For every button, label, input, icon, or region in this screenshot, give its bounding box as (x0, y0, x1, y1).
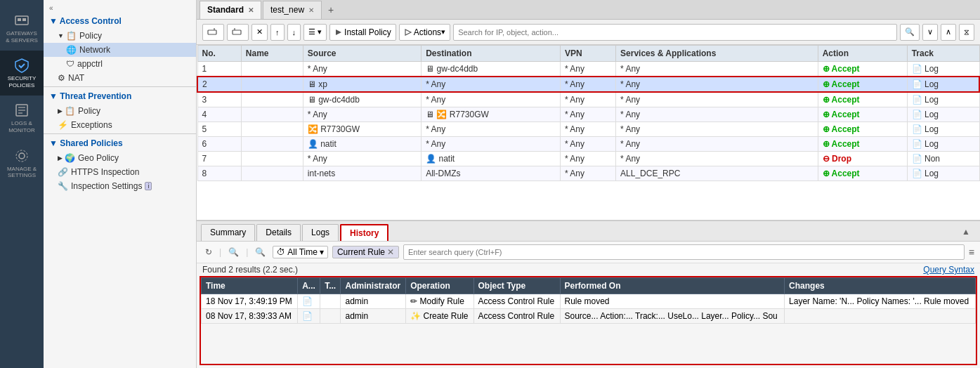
cell-vpn: * Any (561, 122, 616, 137)
history-table: Time A... T... Administrator Operation O… (201, 277, 976, 324)
cell-destination: * Any (422, 92, 561, 107)
move-down-button[interactable]: ↓ (287, 24, 301, 41)
policy-row-1[interactable]: 1 * Any 🖥 gw-dc4ddb * Any * Any ⊕ Accept… (197, 62, 979, 77)
hcol-object-type: Object Type (473, 278, 560, 294)
bottom-expand-icon[interactable]: ▲ (956, 224, 976, 241)
insert-rule-button[interactable] (227, 24, 249, 41)
network-icon: 🌐 (66, 45, 77, 55)
collapse-arrow[interactable]: « (44, 3, 196, 13)
close-rule-filter[interactable]: ✕ (387, 247, 394, 257)
cell-action: ⊕ Accept (818, 107, 907, 122)
col-services: Services & Applications (616, 46, 818, 62)
nav-logs[interactable]: LOGS &MONITOR (0, 96, 44, 140)
expand-arrow-geo: ▶ (58, 155, 63, 162)
nav-policy-threat[interactable]: ▶ 📋 Policy (44, 104, 196, 118)
cell-services: ALL_DCE_RPC (616, 166, 818, 181)
col-name: Name (241, 46, 303, 62)
nav-nat[interactable]: ⚙ NAT (44, 71, 196, 85)
refresh-button[interactable]: ↻ (202, 246, 215, 258)
cell-vpn: * Any (561, 166, 616, 181)
tab-test-new[interactable]: test_new ✕ (263, 1, 322, 19)
add-rule-button[interactable] (202, 24, 224, 41)
tab-details[interactable]: Details (256, 224, 301, 241)
tab-standard[interactable]: Standard ✕ (200, 1, 261, 19)
policy-row-5[interactable]: 5 🔀 R7730GW * Any * Any * Any ⊕ Accept 📄… (197, 122, 979, 137)
nav-network[interactable]: 🌐 Network (44, 43, 196, 57)
section-arrow-sp: ▼ (49, 138, 60, 148)
section-access-control[interactable]: ▼ Access Control (44, 13, 196, 29)
query-syntax-link[interactable]: Query Syntax (923, 265, 974, 275)
inspection-icon: 🔧 (58, 181, 68, 191)
install-policy-button[interactable]: Install Policy (329, 24, 396, 41)
delete-rule-button[interactable]: ✕ (251, 24, 268, 41)
history-row-2[interactable]: 08 Nov 17, 8:39:33 AM 📄 admin ✨ Create R… (202, 309, 976, 324)
nav-exceptions[interactable]: ⚡ Exceptions (44, 118, 196, 132)
menu-button[interactable]: ☰ ▾ (303, 24, 327, 41)
nav-inspection-settings[interactable]: 🔧 Inspection Settings i (44, 179, 196, 193)
tab-add-button[interactable]: + (323, 2, 339, 18)
svg-rect-1 (18, 18, 21, 21)
cell-name (241, 122, 303, 137)
nav-policy-access[interactable]: ▼ 📋 Policy (44, 29, 196, 43)
policy-row-6[interactable]: 6 👤 natit * Any * Any * Any ⊕ Accept 📄 L… (197, 137, 979, 152)
policy-row-3[interactable]: 3 🖥 gw-dc4ddb * Any * Any * Any ⊕ Accept… (197, 92, 979, 107)
cell-no: 8 (197, 166, 241, 181)
cell-no: 7 (197, 152, 241, 166)
search-icon[interactable]: 🔍 (252, 246, 268, 258)
cell-name (241, 92, 303, 107)
nav-security[interactable]: SECURITYPOLICIES (0, 51, 44, 96)
cell-action: ⊕ Accept (818, 92, 907, 107)
cell-name (241, 166, 303, 181)
tab-history[interactable]: History (340, 224, 388, 241)
history-row-1[interactable]: 18 Nov 17, 3:49:19 PM 📄 admin ✏ Modify R… (202, 294, 976, 309)
tab-logs[interactable]: Logs (302, 224, 339, 241)
section-arrow: ▼ (49, 16, 60, 26)
nav-gateways[interactable]: GATEWAYS& SERVERS (0, 6, 44, 51)
cell-vpn: * Any (561, 62, 616, 77)
nav-next-button[interactable]: ∧ (941, 24, 956, 41)
cell-action: ⊕ Accept (818, 62, 907, 77)
cell-action: ⊕ Accept (818, 122, 907, 137)
cell-name (241, 137, 303, 152)
main-search-input[interactable] (458, 28, 892, 37)
current-rule-filter[interactable]: Current Rule ✕ (332, 246, 399, 258)
time-filter-dropdown[interactable]: ⏱ All Time ▾ (273, 246, 328, 258)
main-search[interactable] (453, 24, 897, 41)
policy-row-8[interactable]: 8 int-nets All-DMZs * Any ALL_DCE_RPC ⊕ … (197, 166, 979, 181)
nav-geo-policy[interactable]: ▶ 🌍 Geo Policy (44, 151, 196, 165)
filter-button[interactable]: ⧖ (959, 24, 974, 41)
zoom-button[interactable]: 🔍 (226, 246, 242, 258)
cell-vpn: * Any (561, 92, 616, 107)
actions-button[interactable]: Actions ▾ (399, 24, 450, 41)
nav-appctrl[interactable]: 🛡 appctrl (44, 57, 196, 71)
tab-close-standard[interactable]: ✕ (248, 6, 254, 14)
cell-action: ⊖ Drop (818, 152, 907, 166)
cell-vpn: * Any (561, 152, 616, 166)
cell-destination: 🖥 gw-dc4ddb (422, 62, 561, 77)
history-search-input[interactable] (403, 244, 965, 260)
move-up-button[interactable]: ↑ (270, 24, 285, 41)
cell-name (241, 77, 303, 92)
cell-no: 3 (197, 92, 241, 107)
search-button[interactable]: 🔍 (900, 24, 920, 41)
nav-prev-button[interactable]: ∨ (922, 24, 938, 41)
policy-row-2[interactable]: 2 🖥 xp * Any * Any * Any ⊕ Accept 📄 Log (197, 77, 979, 92)
policy-row-4[interactable]: 4 * Any 🖥 🔀 R7730GW * Any * Any ⊕ Accept… (197, 107, 979, 122)
geo-icon: 🌍 (65, 153, 75, 163)
tab-summary[interactable]: Summary (201, 224, 255, 241)
expand-arrow-policy: ▼ (58, 32, 64, 39)
hcell-performed-on: Rule moved (560, 294, 785, 309)
main-toolbar: ✕ ↑ ↓ ☰ ▾ Install Policy Actions ▾ 🔍 ∨ ∧… (197, 20, 980, 45)
section-shared-policies[interactable]: ▼ Shared Policies (44, 136, 196, 151)
nav-manage[interactable]: MANAGE &SETTINGS (0, 141, 44, 186)
history-menu-button[interactable]: ≡ (969, 247, 974, 258)
cell-no: 5 (197, 122, 241, 137)
cell-track: 📄 Log (907, 62, 979, 77)
cell-vpn: * Any (561, 77, 616, 92)
policy-row-7[interactable]: 7 * Any 👤 natit * Any * Any ⊖ Drop 📄 Non (197, 152, 979, 166)
nav-https-inspection[interactable]: 🔗 HTTPS Inspection (44, 165, 196, 179)
nav-gateways-label: GATEWAYS& SERVERS (6, 30, 38, 44)
svg-point-7 (19, 153, 25, 159)
tab-close-test-new[interactable]: ✕ (308, 6, 314, 14)
section-threat-prevention[interactable]: ▼ Threat Prevention (44, 88, 196, 104)
